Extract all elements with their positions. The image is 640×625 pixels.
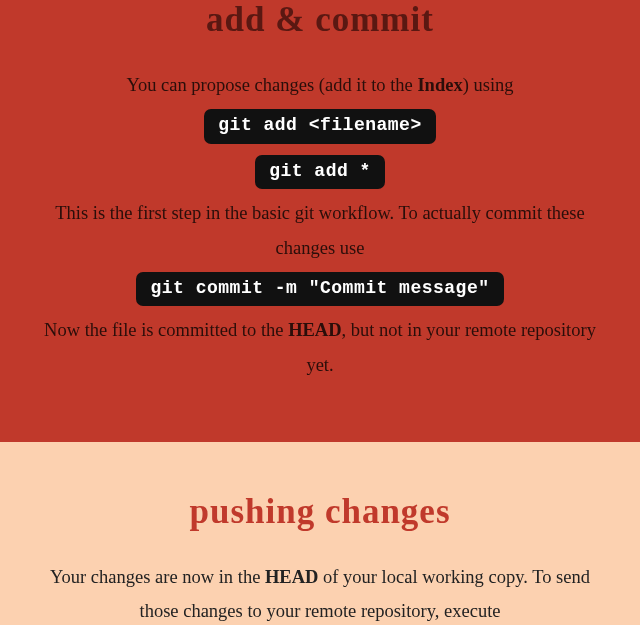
add-commit-workflow-text: This is the first step in the basic git … — [30, 196, 610, 264]
section-pushing-changes: pushing changes Your changes are now in … — [0, 442, 640, 625]
section-add-commit: add & commit You can propose changes (ad… — [0, 0, 640, 442]
text: Your changes are now in the — [50, 567, 265, 587]
text-bold-index: Index — [417, 75, 462, 95]
text: Now the file is committed to the — [44, 320, 288, 340]
text-bold-head: HEAD — [288, 320, 341, 340]
text: You can propose changes (add it to the — [126, 75, 417, 95]
add-commit-head-text: Now the file is committed to the HEAD, b… — [30, 313, 610, 381]
code-line: git add <filename> — [30, 105, 610, 148]
pushing-intro: Your changes are now in the HEAD of your… — [30, 560, 610, 625]
code-line: git add * — [30, 151, 610, 194]
add-commit-intro: You can propose changes (add it to the I… — [30, 68, 610, 102]
code-git-commit: git commit -m "Commit message" — [136, 272, 503, 307]
code-git-add-all: git add * — [255, 155, 385, 190]
text: ) using — [463, 75, 514, 95]
code-git-add-filename: git add <filename> — [204, 109, 435, 144]
code-line: git commit -m "Commit message" — [30, 268, 610, 311]
heading-pushing-changes: pushing changes — [30, 492, 610, 532]
heading-add-commit: add & commit — [30, 0, 610, 40]
text-bold-head: HEAD — [265, 567, 318, 587]
text: , but not in your remote repository yet. — [306, 320, 596, 374]
